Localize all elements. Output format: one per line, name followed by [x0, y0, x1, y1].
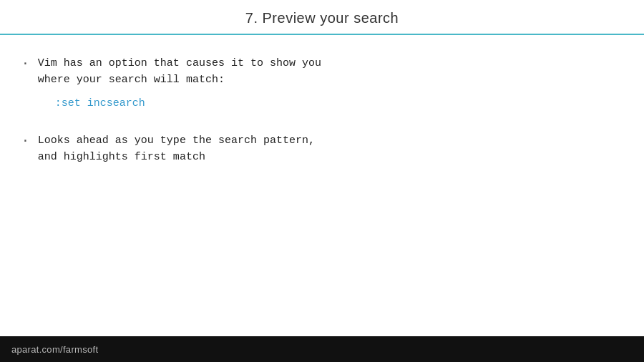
watermark-bar: aparat.com/farmsoft — [0, 336, 644, 362]
watermark-text: aparat.com/farmsoft — [11, 344, 98, 355]
code-block-incsearch: :set incsearch — [55, 97, 321, 109]
bullet-item-1: · Vim has an option that causes it to sh… — [21, 55, 623, 112]
slide-content: · Vim has an option that causes it to sh… — [0, 35, 644, 336]
bullet-line-1-2: where your search will match: — [38, 72, 321, 88]
bullet-line-1-1: Vim has an option that causes it to show… — [38, 55, 321, 72]
bullet-text-2: Looks ahead as you type the search patte… — [38, 132, 315, 166]
bullet-text-1: Vim has an option that causes it to show… — [38, 55, 321, 112]
bullet-dot-1: · — [21, 56, 29, 71]
slide-title: 7. Preview your search — [245, 10, 399, 26]
bullet-line-2-1: Looks ahead as you type the search patte… — [38, 132, 315, 149]
bullet-line-2-2: and highlights first match — [38, 149, 315, 165]
bullet-item-2: · Looks ahead as you type the search pat… — [21, 132, 623, 166]
bullet-dot-2: · — [21, 133, 29, 148]
slide-header: 7. Preview your search — [0, 0, 644, 35]
slide: 7. Preview your search · Vim has an opti… — [0, 0, 644, 336]
